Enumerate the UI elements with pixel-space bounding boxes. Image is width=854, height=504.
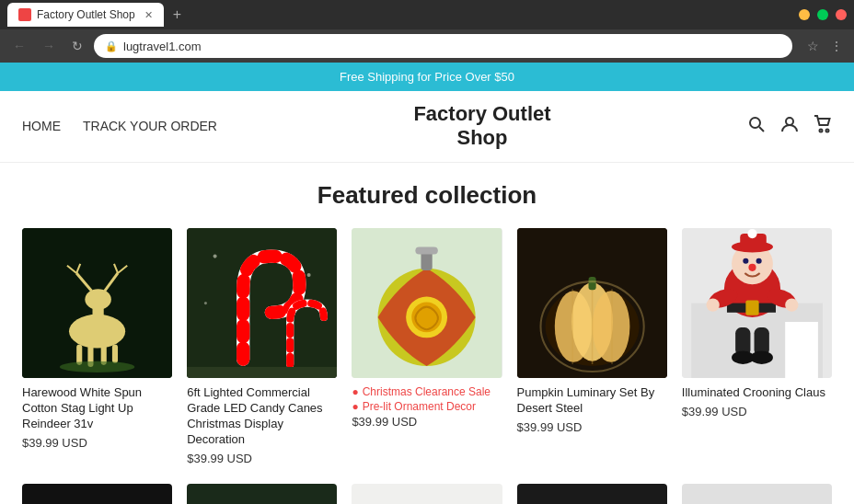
- browser-menu-button[interactable]: ⋮: [826, 35, 847, 57]
- product-image-candycanes: [187, 228, 337, 378]
- svg-rect-43: [785, 322, 818, 378]
- product-title-reindeer: Harewood White Spun Cotton Stag Light Up…: [22, 385, 172, 432]
- close-button[interactable]: ✕: [836, 9, 847, 20]
- product-title-candycanes: 6ft Lighted Commercial Grade LED Candy C…: [187, 385, 337, 448]
- cart-button[interactable]: [814, 115, 832, 138]
- browser-titlebar: Factory Outlet Shop ✕ + − □ ✕: [0, 0, 854, 29]
- security-lock-icon: 🔒: [105, 40, 118, 52]
- product-card-candycanes[interactable]: 6ft Lighted Commercial Grade LED Candy C…: [187, 228, 337, 465]
- forward-button[interactable]: →: [37, 35, 61, 57]
- tab-favicon: [18, 8, 31, 21]
- svg-line-1: [759, 127, 764, 132]
- product-price-reindeer: $39.99 USD: [22, 436, 172, 450]
- tab-close-button[interactable]: ✕: [144, 9, 153, 21]
- svg-point-0: [750, 118, 760, 128]
- product-image-r2: [187, 484, 337, 504]
- search-button[interactable]: [747, 115, 766, 138]
- svg-rect-39: [588, 277, 595, 290]
- product-tag-decor: ● Pre-lit Ornament Decor: [352, 400, 502, 413]
- svg-point-52: [756, 258, 761, 263]
- svg-point-4: [826, 129, 829, 132]
- url-text: lugtravel1.com: [123, 40, 202, 53]
- reload-button[interactable]: ↻: [66, 35, 88, 57]
- svg-point-19: [60, 361, 135, 372]
- svg-point-57: [785, 298, 798, 311]
- maximize-button[interactable]: □: [817, 9, 828, 20]
- browser-tab[interactable]: Factory Outlet Shop ✕: [7, 3, 164, 27]
- svg-point-61: [750, 350, 772, 363]
- svg-point-8: [85, 289, 111, 309]
- browser-toolbar: ← → ↻ 🔒 lugtravel1.com ☆ ⋮: [0, 29, 854, 63]
- address-bar[interactable]: 🔒 lugtravel1.com: [94, 34, 792, 58]
- product-card-r5[interactable]: [682, 484, 832, 504]
- nav-home[interactable]: HOME: [22, 119, 61, 133]
- new-tab-button[interactable]: +: [173, 6, 181, 23]
- product-card-r1[interactable]: [22, 484, 172, 504]
- svg-point-51: [743, 258, 748, 263]
- product-price-ornament: $39.99 USD: [352, 415, 502, 429]
- tab-title: Factory Outlet Shop: [37, 8, 135, 21]
- product-title-santa: Illuminated Crooning Claus: [682, 385, 832, 401]
- svg-rect-24: [187, 367, 337, 378]
- product-card-santa[interactable]: Illuminated Crooning Claus $39.99 USD: [682, 228, 832, 465]
- window-controls: − □ ✕: [799, 9, 847, 20]
- nav-track-order[interactable]: TRACK YOUR ORDER: [83, 119, 217, 133]
- product-card-r3[interactable]: [352, 484, 502, 504]
- account-button[interactable]: [780, 115, 799, 138]
- product-image-r4: [517, 484, 667, 504]
- promo-text: Free Shipping for Price Over $50: [340, 70, 514, 84]
- product-price-santa: $39.99 USD: [682, 405, 832, 418]
- product-image-ornament: [352, 228, 502, 378]
- site-header: HOME TRACK YOUR ORDER Factory Outlet Sho…: [0, 91, 854, 163]
- product-image-reindeer: [22, 228, 172, 378]
- svg-point-56: [706, 298, 719, 311]
- product-price-pumpkin: $39.99 USD: [517, 420, 667, 434]
- page-content: Free Shipping for Price Over $50 HOME TR…: [0, 63, 854, 504]
- svg-point-3: [820, 129, 823, 132]
- product-tag-sale: ● Christmas Clearance Sale: [352, 385, 502, 398]
- site-logo: Factory Outlet Shop: [217, 102, 747, 151]
- product-grid: Harewood White Spun Cotton Stag Light Up…: [22, 228, 832, 465]
- product-grid-row2: [22, 484, 832, 504]
- back-button[interactable]: ←: [7, 35, 31, 57]
- main-nav: HOME TRACK YOUR ORDER: [22, 119, 217, 133]
- svg-point-22: [307, 273, 311, 277]
- svg-point-21: [214, 254, 217, 258]
- minimize-button[interactable]: −: [799, 9, 810, 20]
- product-card-reindeer[interactable]: Harewood White Spun Cotton Stag Light Up…: [22, 228, 172, 465]
- product-card-r2[interactable]: [187, 484, 337, 504]
- product-title-pumpkin: Pumpkin Luminary Set By Desert Steel: [517, 385, 667, 417]
- logo-line2: Shop: [456, 126, 507, 149]
- logo-line1: Factory Outlet: [413, 102, 550, 125]
- product-card-pumpkin[interactable]: Pumpkin Luminary Set By Desert Steel $39…: [517, 228, 667, 465]
- svg-rect-18: [112, 344, 118, 362]
- product-card-r4[interactable]: [517, 484, 667, 504]
- svg-rect-46: [745, 300, 758, 315]
- product-image-santa: [682, 228, 832, 378]
- header-icons: [747, 115, 832, 138]
- product-price-candycanes: $39.99 USD: [187, 452, 337, 465]
- svg-point-50: [747, 229, 756, 238]
- toolbar-icons: ☆ ⋮: [803, 35, 847, 57]
- featured-section: Featured collection: [0, 163, 854, 504]
- svg-point-53: [748, 264, 756, 271]
- product-image-r1: [22, 484, 172, 504]
- svg-rect-30: [416, 246, 438, 254]
- browser-chrome: Factory Outlet Shop ✕ + − □ ✕ ← → ↻ 🔒 lu…: [0, 0, 854, 63]
- svg-point-23: [204, 302, 207, 304]
- svg-point-2: [786, 118, 793, 125]
- product-image-r3: [352, 484, 502, 504]
- featured-title: Featured collection: [22, 181, 832, 210]
- svg-point-35: [592, 291, 629, 362]
- promo-banner: Free Shipping for Price Over $50: [0, 63, 854, 91]
- product-card-ornament[interactable]: ● Christmas Clearance Sale ● Pre-lit Orn…: [352, 228, 502, 465]
- product-image-r5: [682, 484, 832, 504]
- bookmark-button[interactable]: ☆: [803, 35, 823, 57]
- product-image-pumpkin: [517, 228, 667, 378]
